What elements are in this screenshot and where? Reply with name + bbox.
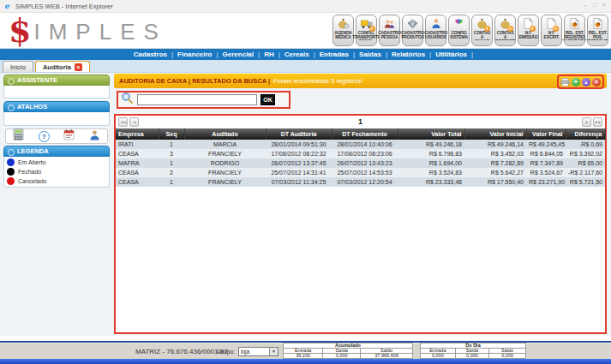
person-group-icon <box>384 17 395 30</box>
table-row[interactable]: CEASA3FRANCIELY17/08/2012 08:22:3217/08/… <box>116 149 605 158</box>
atalhos-body <box>3 112 110 126</box>
toolbar-button-contas-pagar[interactable]: CONTAS A PAGAR <box>471 15 493 46</box>
up-arrow-icon[interactable] <box>582 78 590 87</box>
person-icon[interactable] <box>89 128 100 144</box>
col-valor-total[interactable]: Valor Total <box>398 128 464 140</box>
col-dt-auditoria[interactable]: DT Auditoria <box>266 128 332 140</box>
table-header-row: Empresa Seq Auditado DT Auditoria DT Fec… <box>116 128 605 140</box>
next-page-button[interactable] <box>582 117 591 127</box>
toolbar-button-contas-receber[interactable]: CONTAS A RECEBER <box>494 15 516 46</box>
maximize-icon[interactable]: □ <box>593 2 596 8</box>
menu-entradas[interactable]: Entradas <box>320 51 359 58</box>
truck-icon <box>361 17 373 30</box>
browser-window: SIMPLES WEB - Internet Explorer – □ × $ … <box>0 0 611 364</box>
acumulado-saldo: 37.965.409 <box>361 354 413 359</box>
search-input[interactable] <box>137 94 257 105</box>
product-box-icon <box>407 17 418 30</box>
logo-dollar-icon: $ <box>9 15 31 47</box>
col-valor-final[interactable]: Valor Final <box>526 128 566 140</box>
plus-badge-icon <box>553 26 559 32</box>
document-plus-icon <box>524 17 533 30</box>
document-plus-icon <box>547 17 556 30</box>
grupo-select[interactable]: loja <box>238 347 279 356</box>
grupo-selected-value: loja <box>239 348 269 355</box>
plus-badge-icon <box>507 26 513 32</box>
legend-item-em-aberto: Em Aberto <box>4 158 109 167</box>
table-row[interactable]: IRATI1MARCIA28/01/2014 09:51:3028/01/201… <box>116 140 605 149</box>
result-header-bar: AUDITORIA DE CAIXA | RESULTADO DA BUSCA … <box>114 74 607 88</box>
status-dot-closed <box>7 168 15 176</box>
toolbar-button-rel-registro-inventario[interactable]: REL. EST. REGISTRO INVENTÁRIO <box>564 15 585 46</box>
result-message: Foram encontrados 5 registros! <box>273 77 362 85</box>
close-window-icon[interactable]: × <box>602 2 606 8</box>
col-auditado[interactable]: Auditado <box>184 128 266 140</box>
search-bar: OK <box>117 91 291 109</box>
acumulado-saida: 0,000 <box>323 354 361 359</box>
col-dt-fechamento[interactable]: DT Fechamento <box>332 128 398 140</box>
menu-relatorios[interactable]: Relatórios <box>392 51 435 58</box>
ok-button[interactable]: OK <box>261 94 275 105</box>
toolbar-button-agenda-medica[interactable]: AGENDA MÉDICA <box>332 15 354 46</box>
window-title: SIMPLES WEB - Internet Explorer <box>15 3 113 10</box>
dodia-saldo: 0,000 <box>489 354 526 359</box>
minimize-icon[interactable]: – <box>584 2 587 8</box>
close-panel-icon[interactable] <box>592 78 601 87</box>
first-page-button[interactable] <box>118 117 128 127</box>
table-row[interactable]: CEASA2FRANCIELY25/07/2012 14:31:4125/07/… <box>116 168 605 177</box>
tab-inicio[interactable]: Início <box>3 61 33 72</box>
dodia-entrada: 0,000 <box>421 354 456 359</box>
menu-utilitarios[interactable]: Utilitários <box>435 51 477 58</box>
toolbar-button-cadastro-usuarios[interactable]: CADASTRO USUÁRIOS <box>425 15 446 46</box>
toolbar-button-cadastro-pessoa[interactable]: CADASTRO PESSOA <box>379 15 400 46</box>
help-icon[interactable] <box>39 131 50 142</box>
toolbar-button-config-sistema[interactable]: CONFIG SISTEMA <box>448 15 470 46</box>
tab-auditoria-label: Auditoria <box>43 63 71 71</box>
assistente-body <box>3 86 110 98</box>
menu-cadastros[interactable]: Cadastros <box>134 51 177 58</box>
chevron-down-icon[interactable] <box>269 348 278 355</box>
col-diferenca[interactable]: Diferença <box>566 128 605 140</box>
current-page: 1 <box>116 116 605 128</box>
table-row[interactable]: MAFRA1RODRIGO26/07/2012 13:37:4526/07/20… <box>116 158 605 168</box>
plus-badge-icon <box>369 26 375 32</box>
toolbar-button-nf-escrituracao[interactable]: N F ESCRIT. <box>541 15 562 46</box>
main-menu-bar: Cadastros Financeiro Gerencial RH Cereai… <box>0 49 611 60</box>
panel-legenda: LEGENDA Em Aberto Fechado Cancelado <box>3 146 110 188</box>
internet-explorer-icon <box>4 3 12 10</box>
toolbar-button-rel-posicao-estoque[interactable]: REL. EST. POS. ESTOQUE <box>587 15 608 46</box>
sidebar-icon-row <box>5 128 108 144</box>
menu-financeiro[interactable]: Financeiro <box>177 51 223 58</box>
legenda-header[interactable]: LEGENDA <box>3 146 110 157</box>
col-empresa[interactable]: Empresa <box>116 128 159 140</box>
calculator-icon[interactable] <box>13 128 24 144</box>
tab-close-icon[interactable] <box>75 63 82 71</box>
prev-page-button[interactable] <box>129 117 139 127</box>
toolbar-button-transporte[interactable]: CONFIG. TRANSPORTE ESCOL. <box>356 15 377 46</box>
document-chart-icon <box>570 17 579 30</box>
print-icon[interactable] <box>560 75 570 90</box>
status-dot-cancelled <box>7 177 15 185</box>
menu-rh[interactable]: RH <box>264 51 285 58</box>
menu-gerencial[interactable]: Gerencial <box>223 51 265 58</box>
toolbar-button-nf-emissao[interactable]: N F EMISSÃO <box>518 15 539 46</box>
atalhos-header[interactable]: ATALHOS <box>3 101 110 112</box>
calendar-icon[interactable] <box>63 128 75 144</box>
table-row[interactable]: CEASA1FRANCIELY07/03/2012 11:34:2507/03/… <box>116 177 605 187</box>
results-table: Empresa Seq Auditado DT Auditoria DT Fec… <box>116 128 606 187</box>
plus-badge-icon <box>484 26 490 32</box>
col-seq[interactable]: Seq <box>159 128 184 140</box>
tab-auditoria[interactable]: Auditoria <box>35 61 90 72</box>
last-page-button[interactable] <box>593 117 602 127</box>
status-dot-open <box>7 158 15 166</box>
dodia-saida: 0,000 <box>455 354 489 359</box>
assistente-header[interactable]: ASSISTENTE <box>3 75 110 86</box>
menu-cereais[interactable]: Cereais <box>285 51 320 58</box>
moneybag-plus-icon <box>500 17 511 30</box>
toolbar-button-cadastro-produtos[interactable]: CADASTRO PRODUTOS <box>402 15 423 46</box>
col-valor-inicial[interactable]: Valor Inicial <box>464 128 526 140</box>
legend-item-fechado: Fechado <box>4 167 109 176</box>
menu-saidas[interactable]: Saídas <box>359 51 392 58</box>
add-icon[interactable] <box>572 78 580 87</box>
app-header: $ IMPLES AGENDA MÉDICA CONFIG. TRANSPORT… <box>0 13 611 49</box>
plus-badge-icon <box>530 26 536 32</box>
